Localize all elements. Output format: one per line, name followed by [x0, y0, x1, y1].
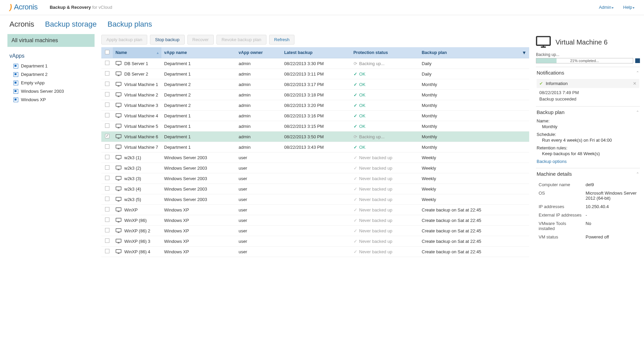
latest-cell: 08/22/2013 3:17 PM	[281, 79, 351, 90]
recover-button[interactable]: Recover	[187, 35, 214, 45]
table-row[interactable]: Virtual Machine 3Department 2admin08/22/…	[101, 100, 529, 111]
row-checkbox[interactable]	[105, 61, 109, 65]
nav-acronis[interactable]: Acronis	[9, 20, 34, 29]
monitor-icon	[115, 228, 122, 233]
check-icon: ✓	[354, 82, 357, 87]
table-row[interactable]: w2k3 (5)Windows Server 2003user✓Never ba…	[101, 194, 529, 205]
latest-cell	[281, 173, 351, 184]
refresh-icon: ⟳	[354, 61, 357, 66]
status-cell: ✓OK	[351, 142, 419, 152]
table-row[interactable]: Virtual Machine 6Department 1admin08/22/…	[101, 132, 529, 142]
monitor-icon	[115, 197, 122, 202]
header-plan[interactable]: Backup plan	[419, 47, 519, 58]
table-row[interactable]: Virtual Machine 7Department 1admin08/22/…	[101, 142, 529, 152]
row-checkbox[interactable]	[105, 176, 109, 180]
table-row[interactable]: Virtual Machine 5Department 1admin08/22/…	[101, 121, 529, 132]
table-row[interactable]: w2k3 (4)Windows Server 2003user✓Never ba…	[101, 184, 529, 194]
vapp-cell: Department 1	[161, 142, 236, 152]
row-checkbox[interactable]	[105, 155, 109, 159]
vm-name-label: Virtual Machine 7	[124, 145, 158, 150]
row-checkbox[interactable]	[105, 113, 109, 117]
vm-name-label: Virtual Machine 6	[124, 134, 158, 139]
check-icon: ✔	[539, 81, 543, 86]
table-row[interactable]: DB Server 2Department 1admin08/22/2013 3…	[101, 69, 529, 79]
monitor-icon	[115, 166, 122, 170]
header-latest[interactable]: Latest backup	[281, 47, 351, 58]
table-row[interactable]: WinXP (86)Windows XPuser✓Never backed up…	[101, 215, 529, 226]
sidebar-item[interactable]: Windows XP	[7, 95, 95, 104]
logo-swoosh-icon: )	[9, 3, 12, 11]
vm-name-label: w2k3 (2)	[124, 166, 141, 171]
sidebar-all-vms[interactable]: All virtual machines	[7, 34, 95, 47]
stop-progress-button[interactable]	[635, 58, 640, 63]
backup-options-link[interactable]: Backup options	[537, 159, 567, 164]
revoke-backup-plan-button[interactable]: Revoke backup plan	[216, 35, 266, 45]
row-checkbox[interactable]	[105, 197, 109, 201]
table-row[interactable]: w2k3 (2)Windows Server 2003user✓Never ba…	[101, 163, 529, 173]
check-icon: ✓	[354, 92, 357, 97]
admin-menu[interactable]: Admin▾	[599, 5, 614, 10]
table-row[interactable]: WinXP (86) 4Windows XPuser✓Never backed …	[101, 247, 529, 257]
backup-plan-toggle[interactable]: Backup plan ⌃	[536, 107, 640, 118]
product-name: Backup & Recovery for vCloud	[50, 5, 112, 10]
row-checkbox[interactable]	[105, 218, 109, 222]
check-icon: ✓	[354, 176, 357, 181]
sidebar-item[interactable]: Empty vApp	[7, 79, 95, 87]
notifications-toggle[interactable]: Notifications ⌃	[536, 67, 640, 78]
vapp-cell: Windows XP	[161, 236, 236, 247]
svg-rect-10	[118, 96, 120, 97]
table-row[interactable]: Virtual Machine 1Department 2admin08/22/…	[101, 79, 529, 90]
table-row[interactable]: WinXP (86) 2Windows XPuser✓Never backed …	[101, 226, 529, 236]
owner-cell: admin	[236, 142, 282, 152]
row-checkbox[interactable]	[105, 92, 109, 96]
table-row[interactable]: WinXP (86) 3Windows XPuser✓Never backed …	[101, 236, 529, 247]
row-checkbox[interactable]	[105, 186, 109, 191]
table-row[interactable]: Virtual Machine 2Department 2admin08/22/…	[101, 90, 529, 100]
header-vapp[interactable]: vApp name	[161, 47, 236, 58]
nav-backup-plans[interactable]: Backup plans	[107, 20, 152, 29]
row-checkbox[interactable]	[105, 249, 109, 253]
table-row[interactable]: w2k3 (3)Windows Server 2003user✓Never ba…	[101, 173, 529, 184]
sidebar-item[interactable]: Department 2	[7, 70, 95, 79]
row-checkbox[interactable]	[105, 123, 109, 128]
header-name[interactable]: Name▲	[113, 47, 161, 58]
help-menu[interactable]: Help▾	[623, 5, 635, 10]
row-checkbox[interactable]	[105, 103, 109, 107]
stop-backup-button[interactable]: Stop backup	[150, 35, 184, 45]
close-icon[interactable]: ✕	[633, 81, 637, 86]
apply-backup-plan-button[interactable]: Apply backup plan	[101, 35, 147, 45]
row-checkbox[interactable]	[105, 71, 109, 76]
row-checkbox[interactable]	[105, 144, 109, 149]
header-checkbox[interactable]	[101, 47, 113, 58]
nav-backup-storage[interactable]: Backup storage	[45, 20, 97, 29]
vapp-cell: Department 1	[161, 111, 236, 121]
header-status[interactable]: Protection status	[351, 47, 419, 58]
refresh-button[interactable]: Refresh	[269, 35, 295, 45]
header-owner[interactable]: vApp owner	[236, 47, 282, 58]
machine-details-toggle[interactable]: Machine details ⌃	[536, 168, 640, 179]
table-row[interactable]: DB Server 1Department 1admin08/22/2013 3…	[101, 58, 529, 69]
latest-cell	[281, 205, 351, 215]
row-checkbox[interactable]	[105, 238, 109, 243]
sidebar-item[interactable]: Windows Server 2003	[7, 87, 95, 95]
check-icon: ✓	[354, 239, 357, 244]
sidebar-item[interactable]: Department 1	[7, 62, 95, 70]
monitor-icon	[115, 103, 122, 108]
row-checkbox[interactable]	[105, 228, 109, 232]
row-checkbox[interactable]	[105, 165, 109, 170]
monitor-icon	[115, 207, 122, 212]
monitor-icon	[115, 72, 122, 76]
monitor-icon	[115, 92, 122, 97]
filter-button[interactable]: ▼	[519, 47, 529, 58]
status-cell: ✓Never backed up	[351, 247, 419, 257]
table-row[interactable]: Virtual Machine 4Department 1admin08/22/…	[101, 111, 529, 121]
plan-cell: Create backup on Sat at 22:45	[419, 205, 519, 215]
row-checkbox[interactable]	[105, 134, 109, 138]
row-checkbox[interactable]	[105, 207, 109, 211]
table-row[interactable]: w2k3 (1)Windows Server 2003user✓Never ba…	[101, 152, 529, 163]
vapp-cell: Windows Server 2003	[161, 184, 236, 194]
latest-cell	[281, 236, 351, 247]
row-checkbox[interactable]	[105, 82, 109, 86]
svg-rect-0	[116, 61, 121, 65]
table-row[interactable]: WinXPWindows XPuser✓Never backed upCreat…	[101, 205, 529, 215]
